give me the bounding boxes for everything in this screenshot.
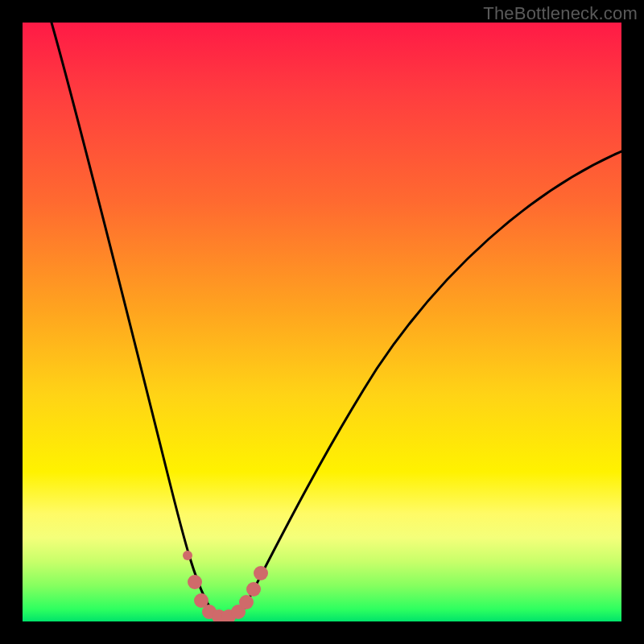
highlight-dots (23, 23, 621, 621)
dot (254, 566, 268, 580)
outer-frame: TheBottleneck.com (0, 0, 644, 644)
plot-area (23, 23, 621, 621)
dot (246, 582, 261, 597)
watermark-text: TheBottleneck.com (483, 3, 638, 24)
dot (188, 575, 202, 589)
dot (239, 595, 254, 609)
dot (183, 551, 192, 560)
